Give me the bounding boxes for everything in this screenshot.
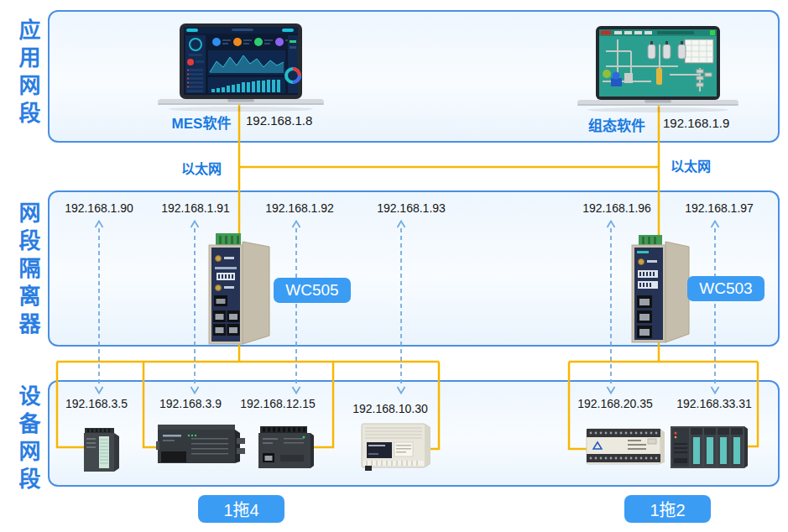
plc-siemens-module-image bbox=[81, 426, 123, 473]
ratio-badge-1-to-4: 1拖4 bbox=[198, 495, 284, 523]
device-ip-4: 192.168.20.35 bbox=[575, 397, 655, 410]
scada-software-label: 组态软件 bbox=[582, 114, 651, 135]
device-segment-label: 设备网段 bbox=[17, 384, 39, 495]
plc-s7-200-image bbox=[156, 421, 245, 467]
isolator-ip-3: 192.168.1.93 bbox=[371, 201, 451, 215]
scada-laptop-image bbox=[577, 26, 738, 113]
wc505-gateway-image bbox=[202, 232, 276, 347]
network-topology-diagram: 应用网段 网段隔离器 设备网段 bbox=[0, 0, 788, 532]
plc-delta-dvp-image bbox=[584, 425, 665, 467]
isolator-ip-5: 192.168.1.97 bbox=[679, 201, 759, 215]
isolator-ip-2: 192.168.1.92 bbox=[259, 201, 340, 215]
plc-s7-300-rack-image bbox=[669, 423, 748, 472]
device-ip-2: 192.168.12.15 bbox=[237, 397, 318, 410]
wc503-badge: WC503 bbox=[687, 276, 765, 301]
ethernet-label-left: 以太网 bbox=[181, 158, 222, 178]
isolator-ip-0: 192.168.1.90 bbox=[59, 201, 139, 215]
app-segment-label: 应用网段 bbox=[17, 18, 39, 129]
ethernet-label-right: 以太网 bbox=[671, 155, 711, 175]
device-ip-0: 192.168.3.5 bbox=[56, 397, 137, 410]
device-ip-5: 192.168.33.31 bbox=[674, 397, 754, 410]
mes-ip-label: 192.168.1.8 bbox=[246, 113, 312, 128]
device-ip-1: 192.168.3.9 bbox=[150, 397, 231, 410]
isolator-ip-1: 192.168.1.91 bbox=[155, 201, 236, 215]
device-ip-3: 192.168.10.30 bbox=[350, 402, 431, 415]
mes-laptop-image bbox=[158, 23, 324, 112]
mes-software-label: MES软件 bbox=[164, 112, 238, 133]
isolator-segment-label: 网段隔离器 bbox=[17, 201, 39, 340]
wc503-gateway-image bbox=[624, 233, 696, 344]
plc-compact-controller-image bbox=[255, 425, 314, 472]
scada-ip-label: 192.168.1.9 bbox=[663, 116, 729, 130]
isolator-ip-4: 192.168.1.96 bbox=[577, 201, 657, 215]
ratio-badge-1-to-2: 1拖2 bbox=[624, 495, 711, 523]
wc505-badge: WC505 bbox=[274, 278, 351, 303]
plc-mitsubishi-fx-image bbox=[358, 417, 432, 474]
